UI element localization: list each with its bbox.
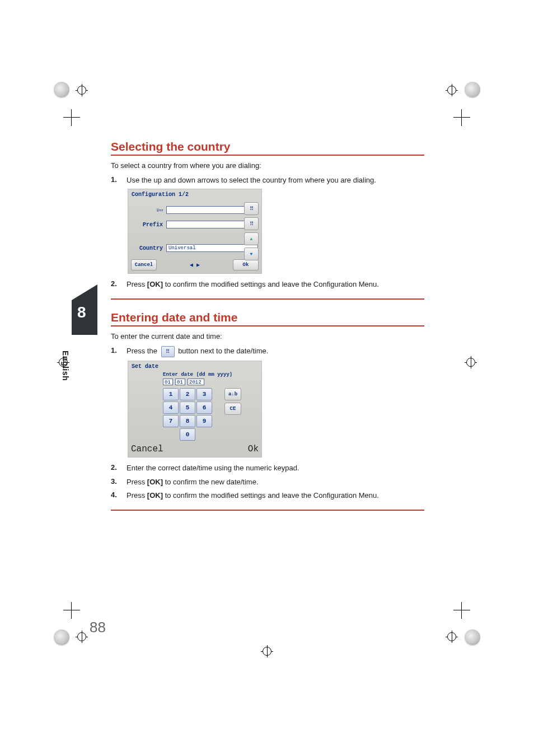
nav-arrows-icon[interactable]: ◀ ▶ bbox=[190, 262, 200, 268]
arrow-up-button[interactable]: ▲ bbox=[244, 232, 259, 245]
page-number: 88 bbox=[90, 619, 106, 636]
registration-mark-icon bbox=[446, 84, 458, 96]
keypad-icon: ⠿ bbox=[161, 346, 175, 357]
chapter-tab: 8 bbox=[72, 284, 97, 335]
step-number: 2. bbox=[111, 279, 127, 288]
date-hint: Enter date (dd mm yyyy) bbox=[128, 372, 261, 379]
keypad-key-8[interactable]: 8 bbox=[180, 415, 195, 427]
clear-entry-button[interactable]: CE bbox=[224, 403, 241, 415]
prefix-label: Prefix bbox=[132, 222, 166, 228]
language-tab: English bbox=[61, 351, 70, 381]
crop-mark-icon bbox=[453, 602, 470, 619]
config-screen-title: Configuration 1/2 bbox=[128, 189, 261, 200]
keypad-key-1[interactable]: 1 bbox=[163, 388, 179, 400]
country-label: Country bbox=[132, 245, 166, 251]
keypad-key-0[interactable]: 0 bbox=[180, 428, 195, 441]
keypad-key-4[interactable]: 4 bbox=[163, 402, 179, 414]
intro-text: To select a country from where you are d… bbox=[111, 161, 424, 170]
keypad-key-9[interactable]: 9 bbox=[196, 415, 212, 427]
section-divider bbox=[111, 510, 424, 511]
chapter-number: 8 bbox=[77, 304, 86, 321]
set-date-title: Set date bbox=[128, 361, 261, 372]
ok-button[interactable]: Ok bbox=[233, 259, 259, 270]
abc-mode-button[interactable]: a↓b bbox=[224, 388, 241, 400]
keypad-key-6[interactable]: 6 bbox=[196, 402, 212, 414]
keypad-icon-button[interactable]: ⠿ bbox=[244, 202, 259, 215]
step-number: 4. bbox=[111, 491, 127, 499]
step-text: Press [OK] to confirm the modified setti… bbox=[127, 491, 424, 501]
print-dot-icon bbox=[465, 629, 480, 645]
registration-mark-icon bbox=[446, 631, 458, 643]
registration-mark-icon bbox=[465, 356, 477, 368]
configuration-screen-mock: Configuration 1/2 ☏▭ Prefix Country Univ… bbox=[128, 189, 262, 274]
cancel-button[interactable]: Cancel bbox=[131, 259, 157, 270]
date-yyyy-field[interactable]: 2012 bbox=[188, 379, 204, 385]
telephone-icon: ☏▭ bbox=[132, 207, 166, 213]
registration-mark-icon bbox=[261, 645, 273, 657]
ok-button[interactable]: Ok bbox=[248, 444, 259, 454]
crop-mark-icon bbox=[453, 109, 470, 126]
crop-mark-icon bbox=[63, 602, 80, 619]
step-number: 1. bbox=[111, 175, 127, 184]
keypad-key-2[interactable]: 2 bbox=[180, 388, 195, 400]
section-divider bbox=[111, 298, 424, 300]
step-number: 1. bbox=[111, 346, 127, 354]
step-text: Use the up and down arrows to select the… bbox=[127, 175, 424, 185]
date-dd-field[interactable]: 01 bbox=[163, 379, 173, 385]
step-text: Press [OK] to confirm the new date/time. bbox=[127, 477, 424, 487]
section-heading-entering-date-time: Entering date and time bbox=[111, 311, 424, 326]
keypad-key-3[interactable]: 3 bbox=[196, 388, 212, 400]
numeric-keypad: 1 2 3 4 5 6 7 8 9 0 bbox=[163, 388, 212, 441]
registration-mark-icon bbox=[76, 631, 88, 643]
arrow-down-button[interactable]: ▼ bbox=[244, 248, 259, 260]
print-dot-icon bbox=[54, 629, 69, 645]
intro-text: To enter the current date and time: bbox=[111, 332, 424, 340]
step-text: Press [OK] to confirm the modified setti… bbox=[127, 279, 424, 290]
step-number: 3. bbox=[111, 477, 127, 486]
date-mm-field[interactable]: 01 bbox=[175, 379, 185, 385]
keypad-icon-button[interactable]: ⠿ bbox=[244, 217, 259, 230]
step-text: Enter the correct date/time using the nu… bbox=[127, 463, 424, 473]
crop-mark-icon bbox=[63, 109, 80, 126]
registration-mark-icon bbox=[76, 84, 88, 96]
cancel-button[interactable]: Cancel bbox=[131, 444, 163, 454]
keypad-key-7[interactable]: 7 bbox=[163, 415, 179, 427]
section-heading-selecting-country: Selecting the country bbox=[111, 140, 424, 156]
print-dot-icon bbox=[54, 82, 69, 97]
step-text: Press the ⠿ button next to the date/time… bbox=[127, 346, 424, 357]
print-dot-icon bbox=[465, 82, 480, 97]
set-date-screen-mock: Set date Enter date (dd mm yyyy) 01 01 2… bbox=[128, 361, 262, 458]
step-number: 2. bbox=[111, 463, 127, 472]
keypad-key-5[interactable]: 5 bbox=[180, 402, 195, 414]
